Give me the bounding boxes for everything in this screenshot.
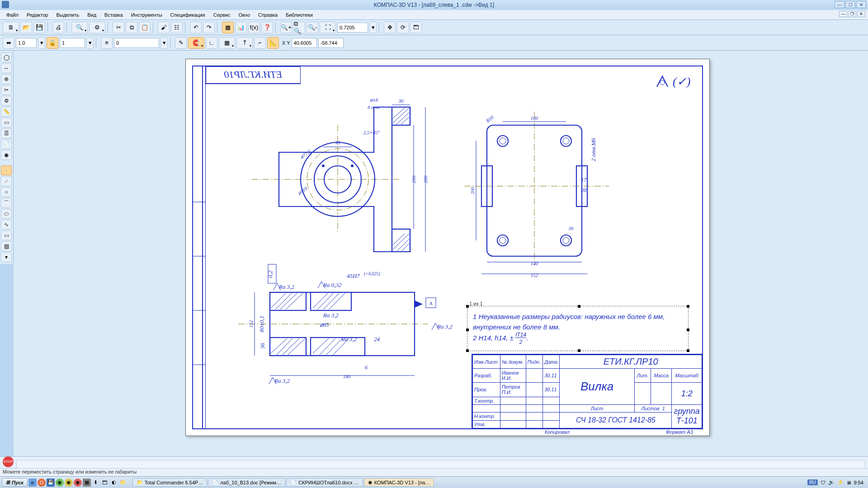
ortho-icon[interactable]: ∟ xyxy=(206,37,217,49)
menu-select[interactable]: Выделить xyxy=(52,11,83,19)
snap-button[interactable]: 🧲 xyxy=(188,37,204,49)
pan-button[interactable]: ✥ xyxy=(384,22,396,33)
props-button[interactable]: ⚙ xyxy=(89,22,105,33)
redo-button[interactable]: ↷ xyxy=(203,22,215,33)
start-button[interactable]: ⊞ Пуск xyxy=(2,478,28,487)
drawing-sheet[interactable]: ЕТИ.КГ.ЛР10 xyxy=(185,59,710,436)
preview-button[interactable]: 🔍 xyxy=(71,22,88,33)
taskbar-item-kompas[interactable]: ◉ КОМПАС-3D V13 - [ла… xyxy=(364,478,434,487)
grid-button[interactable]: ▦ xyxy=(219,37,235,49)
insert-tab[interactable]: ◉ xyxy=(1,150,12,160)
ql-app5-icon[interactable]: ⬇ xyxy=(92,479,100,487)
tool-spline[interactable]: ∿ xyxy=(1,220,12,230)
mdi-close-button[interactable]: ✕ xyxy=(857,11,865,17)
tool-line[interactable]: ⟋ xyxy=(1,176,12,186)
zoom-dropdown[interactable]: ▾ xyxy=(369,22,377,33)
taskbar-item-word1[interactable]: 📄 лаб_10_В13.doc [Режим… xyxy=(208,478,285,487)
library-manager-button[interactable]: ▦ xyxy=(222,22,234,33)
spec-tab[interactable]: ☰ xyxy=(1,128,12,138)
linestyle-input[interactable] xyxy=(114,38,159,48)
drawing-workspace[interactable]: ЕТИ.КГ.ЛР10 xyxy=(14,51,868,456)
layer-drop[interactable]: ▾ xyxy=(86,37,94,49)
edit-button[interactable]: ✎ xyxy=(175,37,187,49)
lang-indicator[interactable]: RU xyxy=(807,479,817,485)
save-button[interactable]: 💾 xyxy=(33,22,45,33)
tool-hatch[interactable]: ▨ xyxy=(1,241,12,251)
ql-desktop-icon[interactable]: 🗔 xyxy=(101,479,109,487)
cut-button[interactable]: ✂ xyxy=(113,22,124,33)
menu-edit[interactable]: Редактор xyxy=(23,11,52,19)
zoom-input[interactable] xyxy=(337,23,368,33)
edit-tab[interactable]: ✂ xyxy=(1,85,12,95)
close-button[interactable]: ✕ xyxy=(856,1,866,8)
tool-rect[interactable]: ▭ xyxy=(1,230,12,240)
linestyle-drop[interactable]: ▾ xyxy=(160,37,168,49)
measure-tab[interactable]: 📏 xyxy=(1,107,12,117)
ql-opera-icon[interactable]: O xyxy=(38,479,46,487)
ql-app1-icon[interactable]: ◉ xyxy=(56,479,64,487)
mdi-restore-button[interactable]: ❐ xyxy=(848,11,856,17)
taskbar-item-tc[interactable]: 📁 Total Commander 6.54P… xyxy=(132,478,208,487)
tray-icon-3[interactable]: ⚡ xyxy=(837,479,844,485)
ortho-mode-button[interactable]: 📐 xyxy=(267,37,279,49)
tool-ellipse[interactable]: ⬭ xyxy=(1,209,12,219)
fx-button[interactable]: f(x) xyxy=(248,22,260,33)
menu-spec[interactable]: Спецификация xyxy=(167,11,209,19)
zoom-fit-button[interactable]: ⛶ xyxy=(320,22,336,33)
tool-point[interactable]: · xyxy=(1,165,12,175)
maximize-button[interactable]: ☐ xyxy=(845,1,855,8)
zoom-window-button[interactable]: ⧉🔍 xyxy=(293,22,305,33)
round-button[interactable]: ⌐ xyxy=(254,37,266,49)
coord-y-input[interactable] xyxy=(318,38,344,48)
variables-button[interactable]: 📊 xyxy=(235,22,247,33)
menu-insert[interactable]: Вставка xyxy=(101,11,127,19)
refresh-button[interactable]: 🗔 xyxy=(410,22,422,33)
undo-button[interactable]: ↶ xyxy=(190,22,202,33)
layer-lock-icon[interactable]: 🔒 xyxy=(47,37,58,49)
ql-ie-icon[interactable]: e xyxy=(28,479,37,487)
menu-view[interactable]: Вид xyxy=(84,11,100,19)
reports-tab[interactable]: 📄 xyxy=(1,139,12,149)
technical-notes[interactable]: 1 из 1 1 Неуказанные размеры радиусов: н… xyxy=(467,306,689,351)
symbols-tab[interactable]: ⊕ xyxy=(1,74,12,84)
format-painter-button[interactable]: 🖌 xyxy=(158,22,170,33)
dimensions-tab[interactable]: ↔ xyxy=(1,63,12,73)
menu-service[interactable]: Сервис xyxy=(210,11,234,19)
menu-tools[interactable]: Инструменты xyxy=(127,11,166,19)
zoom-in-button[interactable]: 🔍+ xyxy=(280,22,292,33)
geometry-tab[interactable]: ◯ xyxy=(1,52,12,62)
coord-x-input[interactable] xyxy=(292,38,317,48)
tool-arc[interactable]: ⌒ xyxy=(1,198,12,208)
tool-more[interactable]: ▾ xyxy=(1,252,12,262)
title-block[interactable]: Изм.Лист № докум. Подп. Дата ЕТИ.КГ.ЛР10… xyxy=(472,354,702,428)
ql-app2-icon[interactable]: ◉ xyxy=(65,479,73,487)
copy-button[interactable]: ⧉ xyxy=(126,22,137,33)
params-tab[interactable]: ⚙ xyxy=(1,96,12,106)
menu-libraries[interactable]: Библиотеки xyxy=(282,11,316,19)
tray-clock[interactable]: 9:54 xyxy=(854,480,863,485)
linestyle-icon[interactable]: ≡ xyxy=(101,37,113,49)
minimize-button[interactable]: — xyxy=(835,1,844,8)
taskbar-item-word2[interactable]: 📄 СКРИНШОТла610.docx … xyxy=(286,478,363,487)
ql-explorer-icon[interactable]: 📁 xyxy=(119,479,127,487)
menu-help[interactable]: Справка xyxy=(255,11,281,19)
properties-button[interactable]: ☷ xyxy=(171,22,183,33)
menu-file[interactable]: Файл xyxy=(3,11,22,19)
lineweight-input[interactable] xyxy=(16,38,37,48)
rebuild-button[interactable]: ⟳ xyxy=(397,22,409,33)
print-button[interactable]: 🖨 xyxy=(52,22,64,33)
new-button[interactable]: 🗎 xyxy=(3,22,19,33)
mdi-minimize-button[interactable]: — xyxy=(839,11,847,17)
ql-app4-icon[interactable]: ▦ xyxy=(83,479,91,487)
open-button[interactable]: 📂 xyxy=(20,22,32,33)
lcs-button[interactable]: ⤒ xyxy=(236,37,253,49)
lineweight-drop[interactable]: ▾ xyxy=(38,37,45,49)
ql-save-icon[interactable]: 💾 xyxy=(47,479,55,487)
whats-this-button[interactable]: ❓ xyxy=(261,22,273,33)
select-tab[interactable]: ▭ xyxy=(1,117,12,127)
ql-chrome-icon[interactable]: ◐ xyxy=(110,479,118,487)
tray-icon-4[interactable]: 🖥 xyxy=(846,480,851,485)
paste-button[interactable]: 📋 xyxy=(139,22,151,33)
tray-icon-2[interactable]: 🔊 xyxy=(828,479,835,485)
layer-input[interactable] xyxy=(60,38,85,48)
